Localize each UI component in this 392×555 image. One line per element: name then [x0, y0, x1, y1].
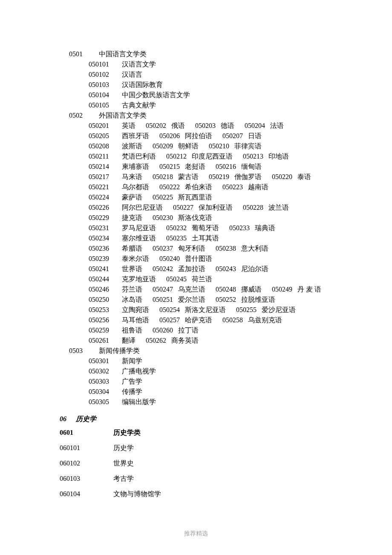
subject-row: 050224豪萨语 050225 斯瓦西里语 — [60, 192, 358, 202]
content-block: 0501中国语言文学类050101汉语言文学050102汉语言050103汉语国… — [60, 49, 358, 407]
subject-items: 英语 050202 俄语 050203 德语 050204 法语 — [122, 121, 358, 131]
subject-item: 050215 老挝语 — [154, 162, 210, 172]
subject-item: 050216 缅甸语 — [210, 162, 262, 172]
subject-items: 汉语言 — [122, 69, 358, 80]
subject-items: 芬兰语 050247 乌克兰语 050248 挪威语 050249 丹 麦 语 — [122, 284, 358, 295]
subject-lead-code: 050256 — [89, 315, 122, 325]
subject-item: 050219 僧伽罗语 — [204, 172, 267, 182]
subject-lead-code: 050211 — [89, 151, 122, 162]
category-code: 0503 — [69, 346, 99, 356]
history-subject-code: 060103 — [60, 474, 113, 484]
subject-items: 翻译 050262 商务英语 — [122, 335, 358, 346]
subject-item: 马来语 — [122, 172, 147, 182]
category-name: 外国语言文学类 — [99, 110, 147, 121]
subject-items: 广播电视学 — [122, 366, 358, 376]
subject-item: 梵语巴利语 — [122, 151, 161, 162]
subject-items: 乌尔都语 050222 希伯来语 050223 越南语 — [122, 182, 358, 192]
subject-items: 冰岛语 050251 爱尔兰语 050252 拉脱维亚语 — [122, 295, 358, 305]
document-page: 0501中国语言文学类050101汉语言文学050102汉语言050103汉语国… — [0, 0, 392, 499]
subject-item: 乌尔都语 — [122, 182, 154, 192]
history-subject-row: 060102世界史 — [60, 458, 358, 468]
subject-item: 050247 乌克兰语 — [147, 284, 210, 295]
subject-lead-code: 050244 — [89, 274, 122, 284]
subject-item: 西班牙语 — [122, 131, 154, 141]
subject-items: 立陶宛语 050254 斯洛文尼亚语 050255 爱沙尼亚语 — [122, 305, 358, 315]
subject-lead-code: 050101 — [89, 59, 122, 69]
subject-row: 050302广播电视学 — [60, 366, 358, 376]
subject-row: 050208波斯语 050209 朝鲜语 050210 菲律宾语 — [60, 141, 358, 151]
subject-item: 汉语国际教育 — [122, 80, 163, 90]
subject-row: 050102汉语言 — [60, 69, 358, 80]
subject-item: 050233 瑞典语 — [224, 223, 275, 233]
subject-items: 希腊语 050237 匈牙利语 050238 意大利语 — [122, 243, 358, 254]
subject-items: 汉语言文学 — [122, 59, 358, 69]
category-row: 0503新闻传播学类 — [60, 346, 358, 356]
subject-items: 汉语国际教育 — [122, 80, 358, 90]
subject-item: 050232 葡萄牙语 — [161, 223, 224, 233]
subject-row: 050239泰米尔语 050240 普什图语 — [60, 254, 358, 264]
subject-lead-code: 050304 — [89, 387, 122, 397]
subject-row: 050103汉语国际教育 — [60, 80, 358, 90]
subject-row: 050236希腊语 050237 匈牙利语 050238 意大利语 — [60, 243, 358, 254]
subject-lead-code: 050239 — [89, 254, 122, 264]
subject-items: 中国少数民族语言文学 — [122, 90, 358, 100]
subject-item: 050202 俄语 — [141, 121, 190, 131]
subject-items: 新闻学 — [122, 356, 358, 366]
subject-items: 克罗地亚语 050245 荷兰语 — [122, 274, 358, 284]
subject-item: 世界语 — [122, 264, 147, 274]
subject-lead-code: 050105 — [89, 100, 122, 110]
subject-row: 050303广告学 — [60, 376, 358, 387]
subject-lead-code: 050102 — [89, 69, 122, 80]
subject-row: 050101汉语言文学 — [60, 59, 358, 69]
subject-item: 050245 荷兰语 — [161, 274, 212, 284]
subject-lead-code: 050305 — [89, 397, 122, 407]
history-subject-code: 060104 — [60, 489, 113, 499]
subject-row: 050211梵语巴利语 050212 印度尼西亚语 050213 印地语 — [60, 151, 358, 162]
subject-lead-code: 050301 — [89, 356, 122, 366]
subject-item: 050248 挪威语 — [210, 284, 267, 295]
subject-item: 柬埔寨语 — [122, 162, 154, 172]
subject-item: 050243 尼泊尔语 — [210, 264, 268, 274]
subject-lead-code: 050214 — [89, 162, 122, 172]
subject-item: 050204 法语 — [239, 121, 284, 131]
subject-lead-code: 050221 — [89, 182, 122, 192]
category-row: 0502外国语言文学类 — [60, 110, 358, 121]
category-row: 0501中国语言文学类 — [60, 49, 358, 59]
subject-row: 050244克罗地亚语 050245 荷兰语 — [60, 274, 358, 284]
history-subject-name: 文物与博物馆学 — [113, 489, 161, 499]
subject-item: 塞尔维亚语 — [122, 233, 161, 243]
subject-item: 050209 朝鲜语 — [147, 141, 204, 151]
subject-item: 罗马尼亚语 — [122, 223, 161, 233]
subject-item: 050213 印地语 — [238, 151, 289, 162]
subject-item: 传播学 — [122, 387, 142, 397]
subject-lead-code: 050104 — [89, 90, 122, 100]
subject-items: 捷克语 050230 斯洛伐克语 — [122, 213, 358, 223]
subject-item: 编辑出版学 — [122, 397, 156, 407]
subject-items: 柬埔寨语 050215 老挝语 050216 缅甸语 — [122, 162, 358, 172]
subject-item: 050240 普什图语 — [154, 254, 212, 264]
subject-item: 中国少数民族语言文学 — [122, 90, 190, 100]
discipline-code: 06 — [60, 414, 76, 424]
subject-item: 捷克语 — [122, 213, 147, 223]
subject-lead-code: 050246 — [89, 284, 122, 295]
subject-item: 050235 土耳其语 — [161, 233, 219, 243]
subject-items: 编辑出版学 — [122, 397, 358, 407]
subject-lead-code: 050253 — [89, 305, 122, 315]
subject-item: 050254 斯洛文尼亚语 — [154, 305, 231, 315]
subject-item: 英语 — [122, 121, 141, 131]
subject-items: 广告学 — [122, 376, 358, 387]
subject-items: 祖鲁语 050260 拉丁语 — [122, 325, 358, 335]
subject-items: 马来语 050218 蒙古语 050219 僧伽罗语 050220 泰语 — [122, 172, 358, 182]
subject-item: 050252 拉脱维亚语 — [210, 295, 275, 305]
subject-row: 050261翻译 050262 商务英语 — [60, 335, 358, 346]
subject-item: 翻译 — [122, 335, 141, 346]
subject-item: 050230 斯洛伐克语 — [147, 213, 212, 223]
subject-item: 汉语言 — [122, 69, 142, 80]
subject-item: 克罗地亚语 — [122, 274, 161, 284]
subject-row: 050104中国少数民族语言文学 — [60, 90, 358, 100]
history-category-name: 历史学类 — [113, 428, 141, 438]
history-subject-name: 世界史 — [113, 458, 134, 468]
history-subject-row: 060101历史学 — [60, 443, 358, 453]
subject-row: 050304传播学 — [60, 387, 358, 397]
subject-row: 050205西班牙语 050206 阿拉伯语 050207 日语 — [60, 131, 358, 141]
